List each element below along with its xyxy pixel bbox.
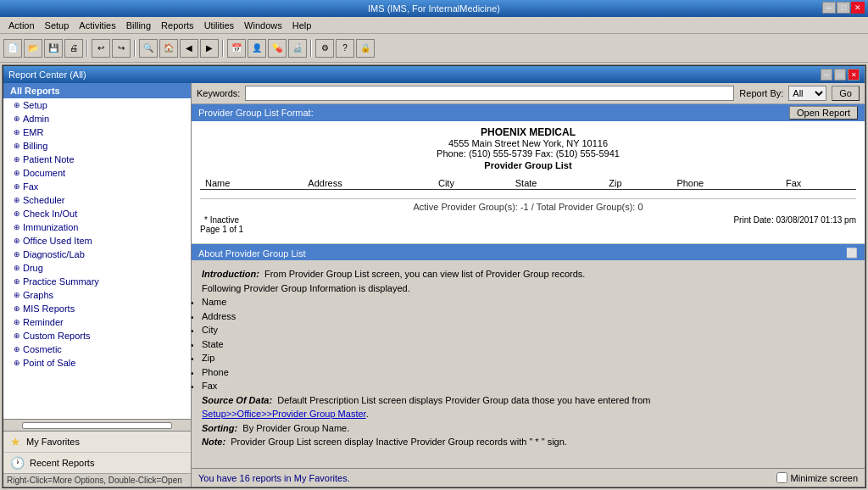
report-by-label: Report By: (739, 88, 783, 98)
sidebar-item-point-of-sale[interactable]: ⊕Point of Sale (3, 356, 191, 370)
open-report-button[interactable]: Open Report (789, 106, 858, 120)
sidebar-item-graphs[interactable]: ⊕Graphs (3, 288, 191, 302)
field-state: State (202, 337, 854, 352)
source-text: Default Prescription List screen display… (277, 395, 650, 405)
restore-btn[interactable]: □ (837, 2, 850, 14)
expand-icon: ⊕ (14, 223, 20, 231)
back-btn[interactable]: ◀ (180, 39, 198, 58)
sep2 (134, 40, 136, 57)
report-center-titlebar: Report Center (All) ─ □ ✕ (3, 66, 865, 83)
keywords-label: Keywords: (197, 88, 240, 98)
rc-minimize-btn[interactable]: ─ (821, 69, 832, 81)
menu-reports[interactable]: Reports (156, 19, 199, 32)
sidebar-item-office-used[interactable]: ⊕Office Used Item (3, 234, 191, 248)
report-address: 4555 Main Street New York, NY 10116 (200, 138, 856, 148)
sidebar-item-cosmetic[interactable]: ⊕Cosmetic (3, 342, 191, 356)
report-center-title: Report Center (All) (8, 70, 86, 80)
bottom-bar: You have 16 reports in My Favorites. Min… (192, 468, 865, 487)
sidebar-item-checkinout[interactable]: ⊕Check In/Out (3, 207, 191, 220)
sidebar-item-fax[interactable]: ⊕Fax (3, 180, 191, 193)
save-btn[interactable]: 💾 (44, 39, 63, 58)
sidebar-item-diagnostic[interactable]: ⊕Diagnostic/Lab (3, 248, 191, 261)
sidebar-item-custom-reports[interactable]: ⊕Custom Reports (3, 329, 191, 342)
sidebar-item-document[interactable]: ⊕Document (3, 166, 191, 180)
about-note: Note: Provider Group List screen display… (202, 435, 854, 449)
lock-btn[interactable]: 🔒 (356, 39, 375, 58)
undo-btn[interactable]: ↩ (92, 39, 110, 58)
sidebar-item-patient-note[interactable]: ⊕Patient Note (3, 153, 191, 166)
about-source: Source Of Data: Default Prescription Lis… (202, 393, 854, 421)
find-btn[interactable]: 🔍 (139, 39, 158, 58)
expand-icon: ⊕ (14, 196, 20, 204)
sidebar-item-drug[interactable]: ⊕Drug (3, 261, 191, 275)
sidebar-item-billing[interactable]: ⊕Billing (3, 139, 191, 153)
rx-btn[interactable]: 💊 (268, 39, 287, 58)
lab-btn[interactable]: 🔬 (288, 39, 307, 58)
home-btn[interactable]: 🏠 (159, 39, 178, 58)
open-btn[interactable]: 📂 (24, 39, 42, 58)
expand-icon: ⊕ (14, 155, 20, 164)
help-btn[interactable]: ? (336, 39, 354, 58)
rc-restore-btn[interactable]: □ (834, 69, 846, 81)
fwd-btn[interactable]: ▶ (200, 39, 219, 58)
minimize-checkbox[interactable] (776, 472, 787, 483)
sidebar-item-reminder[interactable]: ⊕Reminder (3, 315, 191, 329)
menu-setup[interactable]: Setup (40, 19, 75, 32)
expand-icon: ⊕ (14, 277, 20, 286)
menu-windows[interactable]: Windows (239, 19, 287, 32)
note-bold: Note: (202, 437, 225, 447)
report-by-select[interactable]: All (788, 86, 826, 101)
minimize-screen[interactable]: Minimize screen (776, 472, 865, 483)
star-icon: ★ (10, 435, 21, 448)
sorting-text: By Provider Group Name. (242, 423, 349, 433)
expand-icon: ⊕ (14, 264, 20, 272)
my-favorites-item[interactable]: ★ My Favorites (3, 432, 191, 452)
redo-btn[interactable]: ↪ (112, 39, 131, 58)
go-button[interactable]: Go (832, 86, 860, 101)
source-link[interactable]: Setup>>Office>>Provider Group Master (202, 409, 366, 419)
field-name: Name (202, 295, 854, 309)
sidebar: All Reports ⊕Setup ⊕Admin ⊕EMR ⊕Billing … (3, 83, 192, 487)
sidebar-item-setup[interactable]: ⊕Setup (3, 98, 191, 112)
expand-icon: ⊕ (14, 101, 20, 109)
sidebar-item-admin[interactable]: ⊕Admin (3, 112, 191, 125)
menu-utilities[interactable]: Utilities (199, 19, 239, 32)
sep1 (86, 40, 88, 57)
close-btn[interactable]: ✕ (851, 2, 865, 14)
patient-btn[interactable]: 👤 (248, 39, 266, 58)
sidebar-item-immunization[interactable]: ⊕Immunization (3, 220, 191, 234)
calendar-btn[interactable]: 📅 (227, 39, 246, 58)
settings-btn[interactable]: ⚙ (315, 39, 334, 58)
keywords-input[interactable] (245, 86, 734, 101)
expand-icon: ⊕ (14, 169, 20, 177)
menu-help[interactable]: Help (287, 19, 317, 32)
source-bold: Source Of Data: (202, 395, 272, 405)
sidebar-scrollbar[interactable] (22, 422, 172, 429)
print-date: Print Date: 03/08/2017 01:13 pm (733, 215, 856, 234)
menu-action[interactable]: Action (3, 19, 40, 32)
sidebar-item-scheduler[interactable]: ⊕Scheduler (3, 193, 191, 207)
sidebar-scrollbar-area (3, 419, 191, 431)
print-btn[interactable]: 🖨 (64, 39, 83, 58)
keywords-bar: Keywords: Report By: All Go (192, 83, 865, 104)
new-btn[interactable]: 📄 (3, 39, 22, 58)
menu-billing[interactable]: Billing (121, 19, 156, 32)
sidebar-bottom: ★ My Favorites 🕐 Recent Reports Right-Cl… (3, 431, 191, 487)
sidebar-item-practice-summary[interactable]: ⊕Practice Summary (3, 275, 191, 288)
menu-activities[interactable]: Activities (74, 19, 120, 32)
minimize-btn[interactable]: ─ (822, 2, 836, 14)
about-title: About Provider Group List (198, 248, 306, 259)
field-phone: Phone (202, 365, 854, 380)
note-text: Provider Group List screen display Inact… (231, 437, 567, 447)
rc-close-btn[interactable]: ✕ (848, 69, 860, 81)
report-phone: Phone: (510) 555-5739 Fax: (510) 555-594… (200, 148, 856, 159)
field-city: City (202, 323, 854, 337)
about-following: Following Provider Group Information is … (202, 281, 854, 296)
about-content: Introduction: From Provider Group List s… (192, 260, 865, 468)
sidebar-item-mis-reports[interactable]: ⊕MIS Reports (3, 302, 191, 315)
expand-icon[interactable]: ⬜ (846, 248, 858, 259)
report-preview: PHOENIX MEDICAL 4555 Main Street New Yor… (192, 121, 865, 244)
recent-reports-item[interactable]: 🕐 Recent Reports (3, 452, 191, 473)
sorting-bold: Sorting: (202, 423, 237, 433)
sidebar-item-emr[interactable]: ⊕EMR (3, 125, 191, 139)
